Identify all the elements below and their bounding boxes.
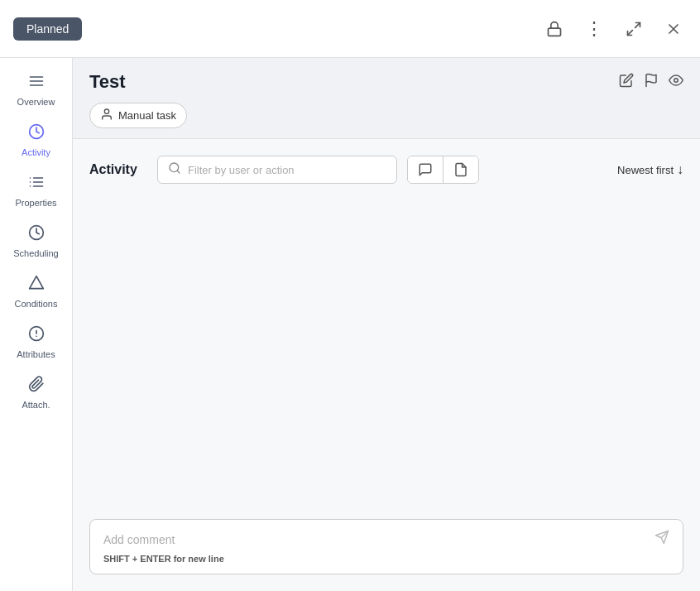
sidebar-item-attributes[interactable]: Attributes [0, 317, 72, 368]
svg-point-22 [104, 109, 108, 113]
manual-task-badge[interactable]: Manual task [89, 103, 187, 128]
properties-label: Properties [15, 198, 56, 208]
sort-label: Newest first [617, 164, 674, 176]
sidebar-item-activity[interactable]: Activity [0, 115, 72, 166]
lock-icon[interactable] [541, 16, 568, 42]
properties-icon [28, 174, 45, 195]
comment-filter-button[interactable] [408, 156, 443, 183]
page-title: Test [89, 71, 126, 93]
activity-label-sidebar: Activity [22, 147, 50, 157]
comment-row [103, 530, 669, 549]
search-icon [168, 161, 181, 178]
sidebar-item-scheduling[interactable]: Scheduling [0, 216, 72, 267]
comment-input[interactable] [103, 533, 654, 546]
sidebar-item-conditions[interactable]: Conditions [0, 267, 72, 317]
svg-point-21 [674, 78, 678, 82]
top-bar: Planned ⋮ [0, 0, 700, 58]
activity-heading: Activity [89, 162, 147, 177]
content-area: Test [73, 58, 700, 591]
main-layout: Overview Activity [0, 58, 700, 591]
search-input[interactable] [188, 164, 386, 176]
content-header: Test [73, 58, 700, 139]
title-row: Test [89, 71, 683, 93]
conditions-icon [28, 275, 45, 296]
attach-icon [28, 376, 45, 396]
conditions-label: Conditions [15, 299, 58, 309]
overview-icon [28, 73, 45, 94]
scheduling-icon [28, 224, 45, 245]
attributes-icon [28, 325, 45, 346]
filter-buttons [407, 156, 479, 184]
close-icon[interactable] [660, 16, 687, 42]
sidebar: Overview Activity [0, 58, 73, 591]
overview-label: Overview [17, 97, 55, 107]
expand-icon[interactable] [621, 16, 647, 42]
sort-arrow-icon: ↓ [677, 162, 683, 177]
flag-icon[interactable] [644, 73, 659, 92]
person-icon [100, 108, 113, 123]
sidebar-item-properties[interactable]: Properties [0, 166, 72, 216]
attributes-label: Attributes [17, 349, 55, 359]
svg-line-2 [628, 30, 633, 35]
sidebar-item-overview[interactable]: Overview [0, 65, 72, 115]
activity-icon [28, 123, 45, 144]
activity-empty-area [89, 200, 683, 519]
planned-badge: Planned [13, 17, 82, 41]
comment-section: SHIFT + ENTER for new line [89, 519, 683, 574]
top-bar-actions: ⋮ [541, 16, 687, 42]
send-icon[interactable] [654, 530, 669, 549]
edit-icon[interactable] [619, 73, 634, 92]
search-box[interactable] [157, 156, 397, 184]
attach-label: Attach. [22, 400, 50, 410]
eye-icon[interactable] [669, 73, 683, 92]
scheduling-label: Scheduling [13, 248, 58, 258]
manual-task-label: Manual task [118, 109, 176, 122]
svg-line-1 [635, 22, 640, 27]
comment-hint: SHIFT + ENTER for new line [103, 554, 669, 564]
document-filter-button[interactable] [443, 156, 478, 183]
more-icon[interactable]: ⋮ [581, 16, 607, 42]
svg-marker-16 [29, 276, 43, 289]
svg-line-24 [177, 171, 180, 173]
activity-section: Activity [73, 139, 700, 591]
svg-rect-0 [549, 28, 561, 36]
sidebar-item-attach[interactable]: Attach. [0, 368, 72, 418]
sort-control[interactable]: Newest first ↓ [617, 162, 683, 177]
header-icons [619, 73, 683, 92]
activity-toolbar: Activity [89, 156, 683, 184]
